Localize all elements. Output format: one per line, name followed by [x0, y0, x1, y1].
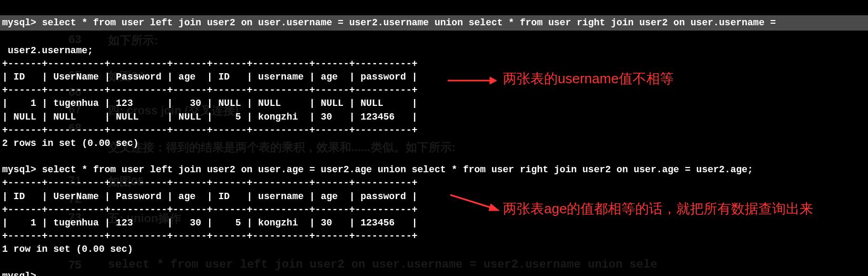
- result-summary-2: 1 row in set (0.00 sec): [0, 244, 135, 254]
- table-border-bottom: +------+----------+----------+------+---…: [0, 231, 420, 241]
- table-border-top: +------+----------+----------+------+---…: [0, 58, 420, 69]
- table-row: | 1 | tugenhua | 123 | 30 | NULL | NULL …: [0, 98, 420, 109]
- blank-line: [0, 258, 10, 268]
- sql-query-1: select * from user left join user2 on us…: [42, 17, 776, 28]
- table-border-top: +------+----------+----------+------+---…: [0, 178, 420, 188]
- table-header: | ID | UserName | Password | age | ID | …: [0, 191, 420, 202]
- mysql-prompt: mysql>: [2, 164, 36, 175]
- table-border-mid: +------+----------+----------+------+---…: [0, 85, 420, 95]
- blank-line: [0, 151, 10, 162]
- sql-query-2: select * from user left join user2 on us…: [42, 164, 753, 175]
- query-line-1-continuation: user2.username;: [0, 44, 95, 57]
- mysql-prompt: mysql>: [0, 271, 38, 276]
- terminal-output: mysql> select * from user left join user…: [0, 0, 868, 276]
- table-row: | NULL | NULL | NULL | NULL | 5 | kongzh…: [0, 112, 420, 122]
- query-line-1: mysql> select * from user left join user…: [0, 15, 868, 31]
- table-border-mid: +------+----------+----------+------+---…: [0, 204, 420, 215]
- mysql-prompt: mysql>: [2, 17, 36, 28]
- query-line-2: mysql> select * from user left join user…: [0, 164, 755, 175]
- result-summary-1: 2 rows in set (0.00 sec): [0, 138, 141, 149]
- table-row: | 1 | tugenhua | 123 | 30 | 5 | kongzhi …: [0, 218, 420, 228]
- table-header: | ID | UserName | Password | age | ID | …: [0, 72, 420, 82]
- table-border-bottom: +------+----------+----------+------+---…: [0, 125, 420, 135]
